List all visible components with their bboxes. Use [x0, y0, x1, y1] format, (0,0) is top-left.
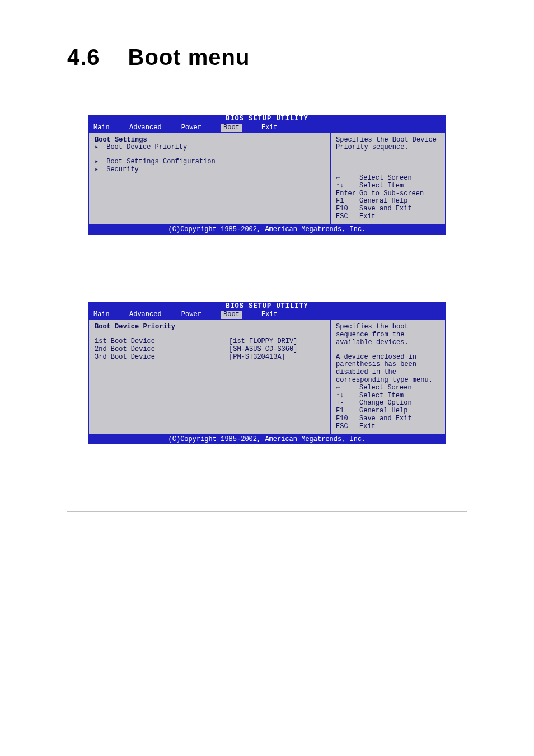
tab-boot[interactable]: Boot — [221, 311, 242, 319]
submenu-arrow-icon: ▸ — [95, 166, 102, 174]
section-number: 4.6 — [67, 45, 100, 69]
menu-item-boot-settings-config[interactable]: ▸ Boot Settings Configuration — [95, 158, 325, 166]
key-f1: F1 — [336, 407, 359, 415]
boot-device-priority-header: Boot Device Priority — [95, 323, 325, 331]
bios-copyright: (C)Copyright 1985-2002, American Megatre… — [88, 226, 446, 235]
help-text: Specifies the boot sequence from the ava… — [336, 323, 441, 346]
key-up-down-icon: ↑↓ — [336, 182, 359, 190]
section-heading: 4.6Boot menu — [67, 45, 467, 70]
key-f1: F1 — [336, 198, 359, 205]
tab-advanced[interactable]: Advanced — [129, 311, 162, 319]
tab-exit[interactable]: Exit — [261, 311, 278, 319]
menu-item-security[interactable]: ▸ Security — [95, 166, 325, 174]
submenu-arrow-icon: ▸ — [95, 158, 102, 166]
key-f10: F10 — [336, 415, 359, 423]
key-help: ←Select Screen ↑↓Select Item +-Change Op… — [336, 384, 441, 431]
key-up-down-icon: ↑↓ — [336, 392, 359, 400]
setting-value: [SM-ASUS CD-S360] — [229, 346, 297, 354]
key-plus-minus: +- — [336, 400, 359, 407]
key-left-right-icon: ← — [336, 175, 359, 182]
bios-screenshot-boot-device-priority: BIOS SETUP UTILITY Main Advanced Power B… — [88, 302, 446, 445]
boot-settings-header: Boot Settings — [95, 137, 325, 144]
page-footer-rule — [67, 511, 467, 512]
tab-power[interactable]: Power — [181, 311, 202, 319]
bios-title: BIOS SETUP UTILITY — [88, 302, 446, 311]
bios-screenshot-boot-settings: BIOS SETUP UTILITY Main Advanced Power B… — [88, 115, 446, 235]
setting-3rd-boot-device[interactable]: 3rd Boot Device [PM-ST320413A] — [95, 354, 325, 361]
tab-main[interactable]: Main — [93, 311, 110, 319]
key-f10: F10 — [336, 205, 359, 213]
setting-2nd-boot-device[interactable]: 2nd Boot Device [SM-ASUS CD-S360] — [95, 346, 325, 354]
bios-copyright: (C)Copyright 1985-2002, American Megatre… — [88, 435, 446, 445]
key-help: ←Select Screen ↑↓Select Item EnterGo to … — [336, 175, 441, 221]
key-left-right-icon: ← — [336, 384, 359, 392]
tab-main[interactable]: Main — [93, 124, 110, 132]
tab-power[interactable]: Power — [181, 124, 202, 132]
tab-advanced[interactable]: Advanced — [129, 124, 162, 132]
setting-1st-boot-device[interactable]: 1st Boot Device [1st FLOPPY DRIV] — [95, 338, 325, 346]
tab-exit[interactable]: Exit — [261, 124, 278, 132]
submenu-arrow-icon: ▸ — [95, 144, 102, 152]
bios-menubar: Main Advanced Power Boot Exit — [88, 311, 446, 320]
bios-menubar: Main Advanced Power Boot Exit — [88, 124, 446, 133]
setting-value: [1st FLOPPY DRIV] — [229, 338, 297, 346]
menu-item-boot-device-priority[interactable]: ▸ Boot Device Priority — [95, 144, 325, 152]
section-title: Boot menu — [128, 45, 250, 69]
setting-value: [PM-ST320413A] — [229, 354, 285, 361]
tab-boot[interactable]: Boot — [221, 124, 242, 132]
help-text: A device enclosed in parenthesis has bee… — [336, 354, 441, 384]
key-esc: ESC — [336, 423, 359, 431]
key-esc: ESC — [336, 213, 359, 221]
bios-title: BIOS SETUP UTILITY — [88, 115, 446, 124]
key-enter: Enter — [336, 190, 359, 198]
help-text: Specifies the Boot Device Priority seque… — [336, 137, 441, 152]
